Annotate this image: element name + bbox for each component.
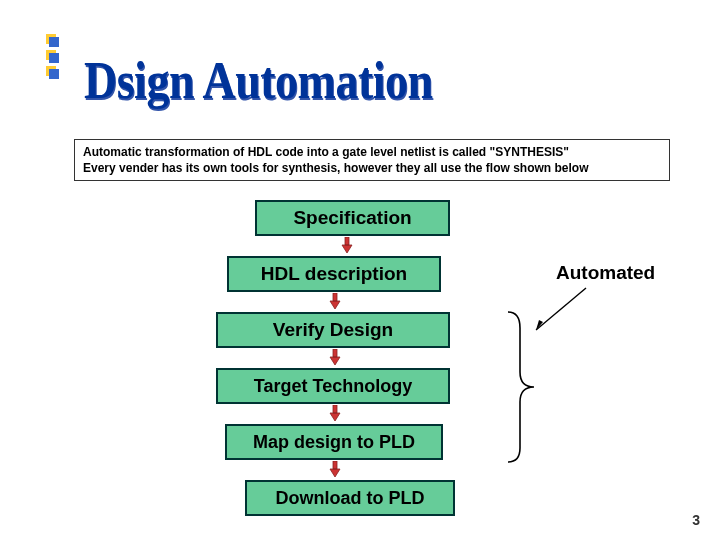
info-line-2: Every vender has its own tools for synth…: [83, 160, 661, 176]
arrow-down-icon: [328, 293, 342, 309]
slide-title: Dsign Automation: [84, 50, 433, 111]
decorative-bullet: [46, 66, 56, 76]
info-line-1: Automatic transformation of HDL code int…: [83, 144, 661, 160]
arrow-down-icon: [328, 405, 342, 421]
arrow-down-icon: [340, 237, 354, 253]
automated-label: Automated: [556, 262, 655, 284]
arrow-down-icon: [328, 349, 342, 365]
decorative-bullet: [46, 34, 56, 44]
slide-number: 3: [692, 512, 700, 528]
flow-step-target-technology: Target Technology: [216, 368, 450, 404]
pointer-line: [534, 286, 594, 334]
brace-icon: [500, 310, 536, 464]
flow-step-verify-design: Verify Design: [216, 312, 450, 348]
decorative-bullet: [46, 50, 56, 60]
flow-step-hdl-description: HDL description: [227, 256, 441, 292]
flow-step-download: Download to PLD: [245, 480, 455, 516]
arrow-down-icon: [328, 461, 342, 477]
flow-step-specification: Specification: [255, 200, 450, 236]
svg-line-0: [536, 288, 586, 330]
flow-step-map-design: Map design to PLD: [225, 424, 443, 460]
info-box: Automatic transformation of HDL code int…: [74, 139, 670, 181]
